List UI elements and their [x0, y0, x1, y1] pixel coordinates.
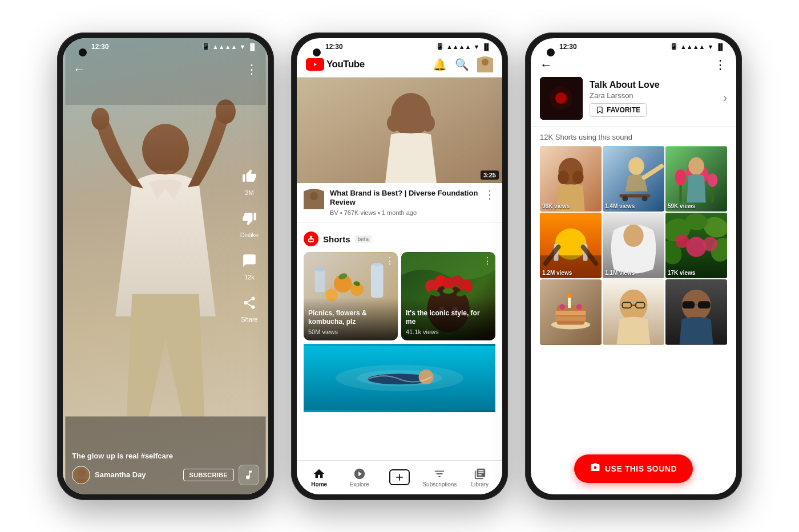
nav-subscriptions[interactable]: Subscriptions — [419, 468, 459, 488]
sound-count: 12K Shorts using this sound — [531, 127, 736, 146]
nav-library-label: Library — [471, 481, 489, 488]
favorite-button[interactable]: FAVORITE — [590, 103, 647, 117]
svg-point-53 — [622, 196, 628, 201]
sound-video-8[interactable] — [603, 279, 664, 345]
short-views-2: 41.1k views — [406, 328, 491, 336]
svg-rect-24 — [371, 264, 384, 298]
svg-rect-86 — [568, 297, 571, 308]
sound-video-2[interactable]: 1.4M views — [603, 146, 664, 212]
subscribe-button[interactable]: SUBSCRIBE — [183, 469, 235, 481]
status-icons-phone1: 📳 ▲▲▲▲ ▼ ▐▌ — [202, 43, 257, 50]
dislike-button[interactable]: Dislike — [237, 206, 261, 238]
share-button[interactable]: Share — [237, 291, 261, 323]
svg-point-63 — [708, 173, 718, 187]
svg-rect-25 — [373, 263, 381, 266]
bottom-nav: Home Explore Subscriptions — [297, 460, 502, 494]
sound-video-grid: 96K views 1.4M views — [531, 146, 736, 345]
short-views-1: 50M views — [308, 328, 393, 336]
status-icons-phone2: 📳 ▲▲▲▲ ▼ ▐▌ — [436, 43, 491, 50]
search-icon[interactable]: 🔍 — [455, 58, 469, 71]
view-count: 767K views — [344, 209, 376, 216]
share-label: Share — [241, 316, 257, 323]
sound-art-bg — [540, 77, 583, 120]
shorts-right-actions: 2M Dislike 12k — [237, 164, 261, 323]
battery-icon-2: ▐▌ — [482, 43, 491, 50]
wifi-icon: ▼ — [240, 43, 246, 50]
sound-video-5[interactable]: 1.1M views — [603, 213, 664, 278]
battery-icon-3: ▐▌ — [716, 43, 725, 50]
more-options-icon[interactable]: ⋮ — [245, 62, 258, 77]
sound-video-4[interactable]: 1.2M views — [540, 213, 602, 278]
short-card-2[interactable]: ⋮ It's the iconic style, for me 41.1k vi… — [401, 252, 495, 340]
svg-point-78 — [686, 237, 706, 257]
status-icons-phone3: 📳 ▲▲▲▲ ▼ ▐▌ — [670, 43, 725, 50]
svg-point-75 — [685, 213, 707, 230]
user-avatar[interactable] — [477, 56, 493, 72]
sound-artwork — [540, 77, 583, 120]
video-more-icon[interactable]: ⋮ — [484, 188, 495, 201]
nav-library[interactable]: Library — [460, 468, 500, 488]
sound-next-arrow[interactable]: › — [723, 91, 727, 105]
video-thumbnail[interactable]: 3:25 — [297, 78, 502, 183]
shorts-section-header: Shorts beta — [304, 232, 495, 246]
svg-point-51 — [628, 157, 644, 174]
shorts-logo — [304, 232, 318, 246]
nav-explore[interactable]: Explore — [339, 468, 379, 488]
short-more-icon-2[interactable]: ⋮ — [483, 255, 492, 266]
svg-point-2 — [91, 107, 109, 129]
nav-home[interactable]: Home — [299, 468, 339, 488]
use-this-sound-button[interactable]: USE THIS SOUND — [574, 454, 693, 483]
time-phone2: 12:30 — [325, 43, 343, 51]
sound-title: Talk About Love — [590, 80, 716, 90]
comment-button[interactable]: 12k — [237, 249, 261, 281]
video-duration: 3:25 — [481, 170, 499, 180]
short-card-1[interactable]: ⋮ Picnics, flowers & kombucha, plz 50M v… — [304, 252, 398, 340]
sound-video-7[interactable] — [540, 279, 602, 345]
svg-point-79 — [676, 234, 689, 248]
back-button[interactable]: ← — [540, 58, 552, 72]
use-sound-label: USE THIS SOUND — [605, 464, 677, 473]
video-subtitle: BV • 767K views • 1 month ago — [330, 209, 478, 216]
creator-name: Samantha Day — [95, 470, 179, 479]
short-caption-2: It's the iconic style, for me 41.1k view… — [401, 298, 495, 340]
music-button[interactable] — [239, 465, 259, 485]
sv-views-1: 96K views — [542, 203, 570, 209]
thumbs-up-icon — [237, 164, 261, 188]
youtube-header-icons: 🔔 🔍 — [433, 56, 493, 72]
next-video-thumbnail[interactable] — [304, 344, 495, 412]
wifi-icon-2: ▼ — [474, 43, 480, 50]
short-thumb-2: ⋮ It's the iconic style, for me 41.1k vi… — [401, 252, 495, 340]
create-button[interactable] — [389, 469, 410, 485]
nav-subscriptions-label: Subscriptions — [422, 481, 457, 488]
sv-views-5: 1.1M views — [605, 270, 635, 276]
wifi-icon-3: ▼ — [708, 43, 714, 50]
back-arrow-icon[interactable]: ← — [73, 62, 86, 77]
shorts-grid: ⋮ Picnics, flowers & kombucha, plz 50M v… — [304, 252, 495, 340]
phone-1: 12:30 📳 ▲▲▲▲ ▼ ▐▌ ← ⋮ 2M — [57, 33, 274, 500]
like-count: 2M — [245, 189, 253, 196]
video-info: What Brand is Best? | Diverse Foundation… — [297, 183, 502, 222]
sound-video-9[interactable] — [665, 279, 727, 345]
sound-video-1[interactable]: 96K views — [540, 146, 602, 212]
more-options-button[interactable]: ⋮ — [714, 58, 727, 72]
short-more-icon-1[interactable]: ⋮ — [385, 255, 394, 266]
svg-point-87 — [567, 293, 571, 298]
svg-point-13 — [421, 115, 435, 132]
shorts-beta-badge: beta — [355, 235, 372, 243]
sound-video-6[interactable]: 17K views — [665, 213, 727, 278]
battery-icon: ▐▌ — [248, 43, 257, 50]
bell-icon[interactable]: 🔔 — [433, 58, 447, 71]
youtube-logo: YouTube — [306, 58, 365, 71]
creator-avatar — [72, 466, 90, 484]
like-button[interactable]: 2M — [237, 164, 261, 196]
svg-point-34 — [443, 289, 454, 294]
sound-video-3[interactable]: 59K views — [665, 146, 727, 212]
svg-point-7 — [75, 478, 88, 484]
nav-create[interactable] — [380, 469, 419, 485]
camera-icon — [590, 462, 600, 475]
shorts-section-title: Shorts — [323, 234, 350, 244]
comment-icon — [237, 249, 261, 273]
svg-rect-97 — [682, 301, 695, 308]
youtube-scroll-content[interactable]: 3:25 What Brand is Best? | Diverse Found… — [297, 78, 502, 494]
shorts-caption: The glow up is real #selfcare — [72, 452, 228, 460]
